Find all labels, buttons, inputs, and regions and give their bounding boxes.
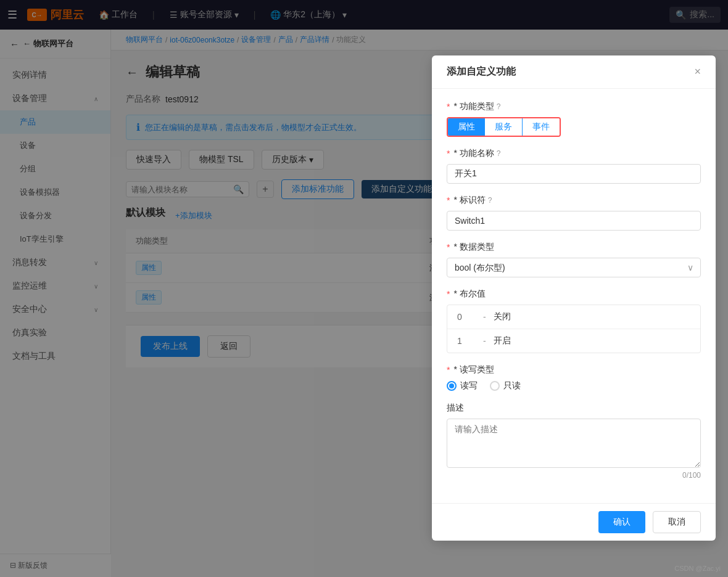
modal-body: * * 功能类型 ? 属性 服务 事件 * * 功能名称 ? * * 标识符: [432, 89, 716, 503]
cancel-button[interactable]: 取消: [653, 511, 701, 533]
radio-readonly-label: 只读: [503, 380, 521, 391]
description-textarea[interactable]: [447, 419, 701, 468]
bool-value-1: 1: [457, 336, 476, 346]
type-help-icon[interactable]: ?: [497, 102, 501, 111]
required-star-5: *: [447, 289, 450, 299]
identifier-input[interactable]: [447, 211, 701, 231]
rw-radio-group: 读写 只读: [447, 380, 701, 391]
function-name-label: * * 功能名称 ?: [447, 148, 701, 159]
bool-table: 0 - 关闭 1 - 开启: [447, 305, 701, 353]
data-type-label: * * 数据类型: [447, 242, 701, 253]
data-type-section: * * 数据类型 bool (布尔型) int32 (整数型) float (单…: [447, 242, 701, 277]
bool-row-0: 0 - 关闭: [447, 305, 700, 329]
function-type-section: * * 功能类型 ? 属性 服务 事件: [447, 101, 701, 137]
bool-row-1: 1 - 开启: [447, 329, 700, 353]
function-name-section: * * 功能名称 ?: [447, 148, 701, 184]
add-custom-function-modal: 添加自定义功能 × * * 功能类型 ? 属性 服务 事件 * * 功能名称 ?: [432, 55, 716, 541]
required-star-6: *: [447, 365, 450, 375]
rw-type-label: * * 读写类型: [447, 364, 701, 375]
required-star-3: *: [447, 195, 450, 205]
description-count: 0/100: [447, 471, 701, 480]
bool-value-section: * * 布尔值 0 - 关闭 1 - 开启: [447, 288, 701, 353]
function-type-tabs: 属性 服务 事件: [447, 117, 561, 137]
required-star-2: *: [447, 149, 450, 158]
data-type-select[interactable]: bool (布尔型) int32 (整数型) float (单精度浮点) dou…: [447, 258, 701, 277]
radio-readwrite-circle: [447, 381, 457, 391]
confirm-button[interactable]: 确认: [598, 511, 645, 533]
watermark: CSDN @Zac.yi: [674, 565, 721, 572]
radio-readonly-circle: [490, 381, 500, 391]
tab-event[interactable]: 事件: [523, 118, 560, 136]
modal-close-button[interactable]: ×: [694, 65, 701, 78]
tab-service[interactable]: 服务: [485, 118, 523, 136]
radio-readwrite-label: 读写: [460, 380, 478, 391]
bool-dash-0: -: [483, 312, 486, 322]
data-type-select-wrapper: bool (布尔型) int32 (整数型) float (单精度浮点) dou…: [447, 258, 701, 277]
identifier-label: * * 标识符 ?: [447, 195, 701, 206]
function-name-input[interactable]: [447, 164, 701, 184]
bool-value-0: 0: [457, 312, 476, 322]
radio-readwrite[interactable]: 读写: [447, 380, 478, 391]
modal-footer: 确认 取消: [432, 503, 716, 541]
bool-dash-1: -: [483, 336, 486, 346]
modal-header: 添加自定义功能 ×: [432, 55, 716, 89]
modal-title: 添加自定义功能: [447, 65, 516, 78]
identifier-help-icon[interactable]: ?: [488, 196, 492, 205]
bool-label-1: 开启: [494, 335, 511, 346]
bool-value-label: * * 布尔值: [447, 288, 701, 300]
tab-attribute[interactable]: 属性: [448, 118, 485, 136]
description-section: 描述 0/100: [447, 403, 701, 480]
required-star-4: *: [447, 242, 450, 252]
name-help-icon[interactable]: ?: [497, 149, 501, 158]
identifier-section: * * 标识符 ?: [447, 195, 701, 231]
bool-label-0: 关闭: [494, 311, 511, 322]
description-label: 描述: [447, 403, 701, 414]
rw-type-section: * * 读写类型 读写 只读: [447, 364, 701, 391]
function-type-label: * * 功能类型 ?: [447, 101, 701, 112]
radio-readonly[interactable]: 只读: [490, 380, 521, 391]
required-star-1: *: [447, 102, 450, 112]
